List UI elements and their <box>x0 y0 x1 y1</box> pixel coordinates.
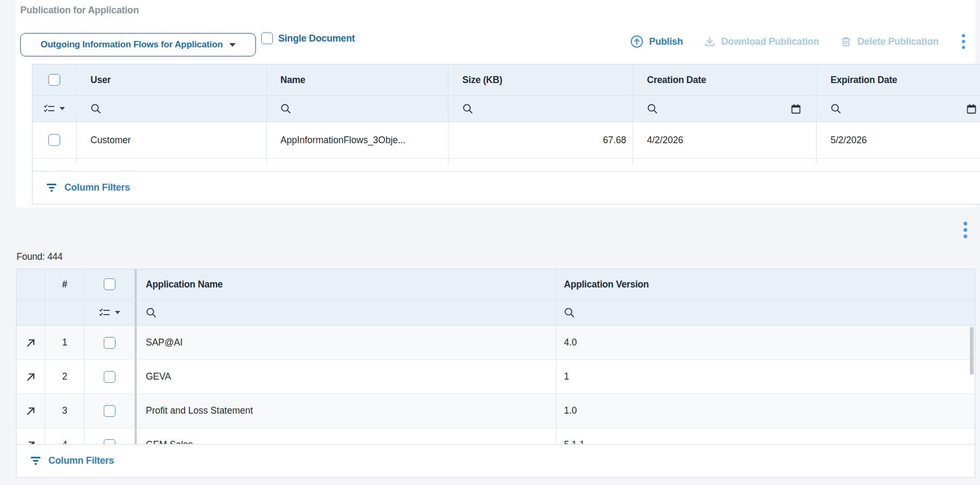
found-count: Found: 444 <box>16 251 63 262</box>
checklist-icon <box>44 104 55 113</box>
column-header-name[interactable]: Name <box>267 64 449 95</box>
filter-application-name[interactable] <box>137 300 557 325</box>
filter-user[interactable] <box>77 96 267 121</box>
publications-table: User Name Size (KB) Creation Date Expira… <box>32 64 980 204</box>
cell-application-name: GEVA <box>137 360 557 393</box>
row-checkbox[interactable] <box>104 371 115 383</box>
open-application-button[interactable] <box>16 360 45 393</box>
cell-row-number: 4 <box>45 428 85 445</box>
cell-application-version: 5.1.1 <box>557 428 973 445</box>
delete-publication-button[interactable]: Delete Publication <box>840 35 939 48</box>
chevron-down-icon <box>115 311 120 314</box>
chevron-down-icon <box>60 107 65 110</box>
publish-label: Publish <box>649 36 683 47</box>
application-row[interactable]: 2 GEVA 1 <box>16 360 975 394</box>
arrow-up-right-icon <box>25 371 37 383</box>
search-icon <box>564 307 575 318</box>
cell-expiration-date: 5/2/2026 <box>817 122 980 158</box>
applications-more-actions-button[interactable] <box>960 219 970 241</box>
column-filters-label: Column Filters <box>48 455 114 466</box>
search-icon <box>647 103 658 114</box>
publications-filter-row <box>32 95 980 122</box>
filter-size[interactable] <box>449 96 633 121</box>
column-header-size[interactable]: Size (KB) <box>449 64 633 95</box>
select-all-checkbox[interactable] <box>104 278 115 290</box>
single-document-checkbox[interactable] <box>261 32 273 44</box>
kebab-icon <box>961 33 966 50</box>
single-document-option: Single Document <box>261 32 355 44</box>
filter-application-version[interactable] <box>557 300 973 325</box>
selection-filter[interactable] <box>32 96 77 121</box>
open-application-button[interactable] <box>16 394 45 428</box>
flow-type-dropdown[interactable]: Outgoing Information Flows for Applicati… <box>20 33 256 56</box>
cell-application-name: GEM Sales <box>137 428 557 445</box>
filter-name[interactable] <box>267 96 449 121</box>
search-icon <box>830 103 841 114</box>
row-checkbox[interactable] <box>48 134 60 146</box>
column-header-creation-date[interactable]: Creation Date <box>633 64 817 95</box>
column-header-expiration-date[interactable]: Expiration Date <box>817 64 980 95</box>
select-all-checkbox[interactable] <box>48 74 60 86</box>
search-icon <box>146 307 156 318</box>
trash-icon <box>840 35 852 48</box>
publication-page: Publication for Application Outgoing Inf… <box>0 0 980 485</box>
publish-icon <box>630 35 644 48</box>
row-checkbox[interactable] <box>104 337 115 349</box>
cell-application-version: 1.0 <box>557 394 973 428</box>
filter-funnel-icon <box>46 183 57 193</box>
column-header-number[interactable]: # <box>45 269 85 299</box>
applications-header-row: # Application Name Application Version <box>16 269 975 299</box>
filter-creation-date[interactable] <box>633 96 817 121</box>
publication-row[interactable]: Customer AppInformationFlows_3Obje... 67… <box>32 122 980 158</box>
calendar-icon[interactable] <box>966 103 977 114</box>
cell-size: 67.68 <box>449 122 633 158</box>
cell-application-name: Profit and Loss Statement <box>137 394 557 428</box>
cell-name: AppInformationFlows_3Obje... <box>267 122 449 158</box>
cell-application-version: 4.0 <box>557 326 973 359</box>
calendar-icon[interactable] <box>791 103 801 114</box>
cell-application-version: 1 <box>557 360 973 393</box>
applications-filter-row <box>16 299 975 326</box>
cell-row-number: 3 <box>45 394 85 428</box>
column-header-user[interactable]: User <box>77 64 267 95</box>
kebab-icon <box>963 220 968 240</box>
toolbar-actions: Publish Download Publication <box>630 31 968 52</box>
search-icon <box>90 103 101 114</box>
download-publication-label: Download Publication <box>721 36 819 47</box>
cell-creation-date: 4/2/2026 <box>633 122 817 158</box>
application-row[interactable]: 4 GEM Sales 5.1.1 <box>16 428 975 445</box>
application-row[interactable]: 1 SAP@AI 4.0 <box>16 326 975 360</box>
arrow-up-right-icon <box>25 337 37 349</box>
cell-application-name: SAP@AI <box>137 326 557 359</box>
download-icon <box>703 35 716 48</box>
filter-funnel-icon <box>30 456 41 466</box>
selection-filter[interactable] <box>85 300 137 325</box>
application-row[interactable]: 3 Profit and Loss Statement 1.0 <box>16 394 975 428</box>
cell-row-number: 1 <box>45 326 85 359</box>
publications-header-row: User Name Size (KB) Creation Date Expira… <box>32 64 980 95</box>
filter-expiration-date[interactable] <box>817 96 980 121</box>
open-application-button[interactable] <box>16 428 45 445</box>
publications-panel: Publication for Application Outgoing Inf… <box>16 0 975 208</box>
vertical-scrollbar[interactable] <box>970 327 974 375</box>
applications-rows: 1 SAP@AI 4.0 2 GEVA 1 <box>16 326 975 445</box>
delete-publication-label: Delete Publication <box>858 36 939 47</box>
more-actions-button[interactable] <box>959 32 968 51</box>
download-publication-button[interactable]: Download Publication <box>703 35 819 48</box>
checklist-icon <box>99 308 110 317</box>
search-icon <box>280 103 291 114</box>
search-icon <box>462 103 473 114</box>
column-header-application-name[interactable]: Application Name <box>137 269 557 299</box>
open-application-button[interactable] <box>16 326 45 359</box>
chevron-down-icon <box>229 43 236 47</box>
column-filters-label: Column Filters <box>64 182 130 193</box>
row-checkbox[interactable] <box>104 405 115 417</box>
column-filters-button[interactable]: Column Filters <box>16 444 975 477</box>
publish-button[interactable]: Publish <box>630 35 683 48</box>
column-header-application-version[interactable]: Application Version <box>557 269 973 299</box>
page-title: Publication for Application <box>20 5 139 16</box>
cell-row-number: 2 <box>45 360 85 393</box>
applications-table: # Application Name Application Version <box>16 269 975 478</box>
arrow-up-right-icon <box>25 405 37 417</box>
column-filters-button[interactable]: Column Filters <box>32 171 980 204</box>
